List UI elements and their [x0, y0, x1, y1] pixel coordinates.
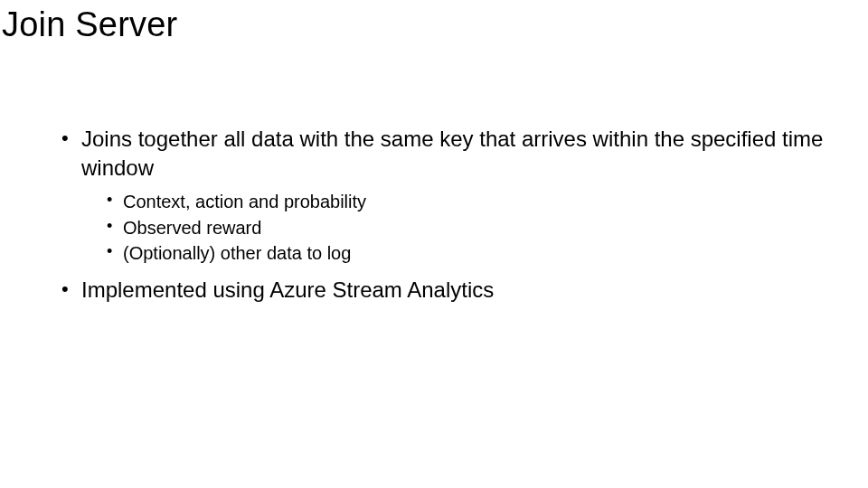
sub-bullet-list: Context, action and probability Observed…: [81, 189, 832, 266]
sub-bullet-text: Context, action and probability: [123, 192, 366, 211]
slide-body: Joins together all data with the same ke…: [58, 125, 832, 313]
sub-bullet-text: (Optionally) other data to log: [123, 243, 351, 263]
slide: Join Server Joins together all data with…: [0, 0, 868, 488]
slide-title: Join Server: [2, 5, 177, 44]
sub-bullet-item: Observed reward: [103, 215, 832, 240]
bullet-text: Joins together all data with the same ke…: [81, 127, 823, 180]
bullet-item-2: Implemented using Azure Stream Analytics: [58, 276, 832, 305]
sub-bullet-item: Context, action and probability: [103, 189, 832, 214]
bullet-item-1: Joins together all data with the same ke…: [58, 125, 832, 267]
bullet-text: Implemented using Azure Stream Analytics: [81, 277, 494, 302]
sub-bullet-text: Observed reward: [123, 218, 261, 238]
sub-bullet-item: (Optionally) other data to log: [103, 240, 832, 266]
bullet-list: Joins together all data with the same ke…: [58, 125, 832, 304]
